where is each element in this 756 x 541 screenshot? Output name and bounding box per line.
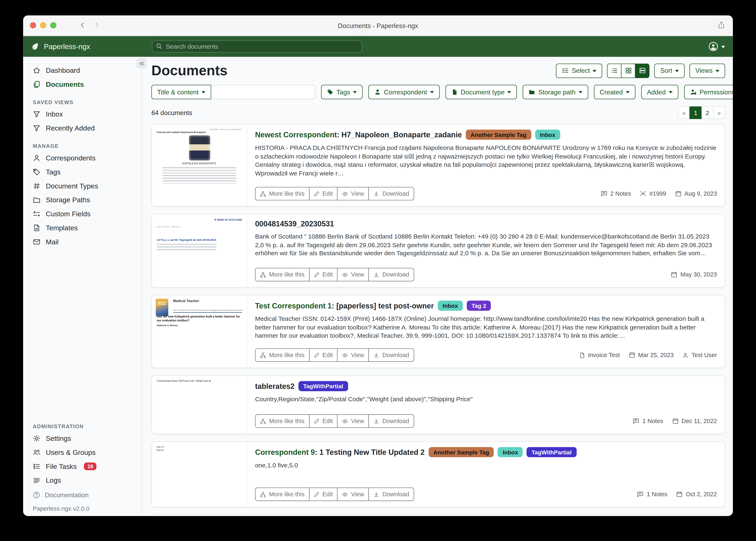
sidebar-item-users-groups[interactable]: Users & Groups bbox=[23, 445, 141, 460]
sidebar-item-file-tasks[interactable]: File Tasks 16 bbox=[23, 460, 141, 474]
filter-text-input[interactable] bbox=[211, 85, 315, 99]
view-mode-detail[interactable] bbox=[635, 63, 650, 78]
sidebar-item-settings[interactable]: Settings bbox=[23, 432, 141, 446]
sidebar-item-templates[interactable]: Templates bbox=[23, 221, 141, 235]
more-like-this-button[interactable]: More like this bbox=[255, 268, 309, 281]
document-card-body: 0004814539_20230531 Bank of Scotland " 1… bbox=[247, 215, 725, 287]
document-thumbnail[interactable]: MEDICAL TEACHER Medical Teacher ISSN: 01… bbox=[152, 295, 247, 368]
sidebar-item-storage-paths[interactable]: Storage Paths bbox=[23, 193, 141, 207]
document-meta: 1 Notes Oct 2, 2022 bbox=[637, 491, 717, 498]
edit-button[interactable]: Edit bbox=[309, 488, 338, 501]
tags-filter-button[interactable]: Tags bbox=[321, 85, 363, 99]
sidebar-item-documentation[interactable]: Documentation bbox=[23, 488, 141, 502]
download-button[interactable]: Download bbox=[368, 268, 414, 281]
document-count: 64 documents bbox=[151, 109, 192, 116]
more-like-this-button[interactable]: More like this bbox=[255, 414, 309, 428]
more-like-this-button[interactable]: More like this bbox=[255, 187, 309, 201]
share-icon[interactable] bbox=[717, 20, 725, 30]
diagram-icon bbox=[260, 271, 266, 278]
correspondent-filter-button[interactable]: Correspondent bbox=[369, 85, 439, 99]
correspondent-name[interactable]: Newest Correspondent bbox=[255, 130, 337, 139]
sidebar-item-label: Templates bbox=[46, 224, 78, 232]
sidebar-item-tags[interactable]: Tags bbox=[23, 165, 141, 179]
user-menu[interactable] bbox=[708, 41, 725, 52]
view-button[interactable]: View bbox=[337, 488, 369, 501]
pagination-page-1[interactable]: 1 bbox=[690, 106, 702, 119]
file-icon bbox=[579, 352, 585, 358]
sidebar-item-dashboard[interactable]: Dashboard bbox=[23, 64, 141, 78]
document-title-link[interactable]: Newest Correspondent: H7_Napoleon_Bonapa… bbox=[255, 130, 462, 139]
correspondent-name[interactable]: Correspondent 9 bbox=[255, 448, 315, 456]
edit-button[interactable]: Edit bbox=[309, 187, 338, 201]
added-filter-button[interactable]: Added bbox=[641, 85, 678, 99]
view-mode-list[interactable] bbox=[607, 63, 622, 78]
tag-chip[interactable]: Inbox bbox=[535, 130, 560, 140]
document-meta: Invoice Test Mar 25, 2023 Test User bbox=[579, 352, 717, 358]
sidebar-item-custom-fields[interactable]: Custom Fields bbox=[23, 207, 141, 221]
download-button[interactable]: Download bbox=[368, 414, 414, 428]
created-filter-button[interactable]: Created bbox=[594, 85, 635, 99]
document-type-filter-button[interactable]: Document type bbox=[445, 85, 517, 99]
document-title-link[interactable]: tablerates2 bbox=[255, 382, 294, 390]
tag-chip[interactable]: Inbox bbox=[498, 447, 523, 457]
pagination-next[interactable]: » bbox=[713, 106, 725, 119]
sidebar-item-documents[interactable]: Documents bbox=[23, 78, 141, 92]
brand[interactable]: Paperless-ngx bbox=[31, 42, 90, 51]
filter-field-button[interactable]: Title & content bbox=[151, 85, 211, 99]
eye-icon bbox=[342, 271, 348, 278]
sidebar-item-recently-added[interactable]: Recently Added bbox=[23, 122, 141, 136]
notes-meta[interactable]: 2 Notes bbox=[601, 190, 631, 197]
tag-chip[interactable]: TagWithPartial bbox=[527, 447, 576, 457]
tag-chip[interactable]: Another Sample Tag bbox=[466, 130, 531, 140]
select-button[interactable]: Select bbox=[556, 63, 602, 78]
search-input[interactable] bbox=[152, 40, 362, 52]
view-button[interactable]: View bbox=[337, 268, 369, 281]
more-like-this-button[interactable]: More like this bbox=[255, 348, 309, 362]
document-thumbnail[interactable]: ✳ BANK OF SCOTLAND Bank of Scotland · 10… bbox=[152, 215, 247, 287]
document-title-link[interactable]: 0004814539_20230531 bbox=[255, 220, 334, 229]
permissions-filter-button[interactable]: Permissions bbox=[684, 85, 733, 99]
tag-chip[interactable]: Tag 2 bbox=[467, 300, 491, 311]
edit-button[interactable]: Edit bbox=[309, 414, 338, 428]
document-thumbnail[interactable]: Serial Number,Company Name,Employee Mark… bbox=[152, 515, 247, 516]
edit-button[interactable]: Edit bbox=[309, 348, 338, 362]
pagination-page-2[interactable]: 2 bbox=[701, 106, 713, 119]
document-thumbnail[interactable]: HISTORIA - PRACA DLA CHĘTNYCH Francja po… bbox=[152, 124, 247, 206]
stack-icon bbox=[639, 67, 646, 74]
edit-button[interactable]: Edit bbox=[309, 268, 338, 281]
views-button[interactable]: Views bbox=[690, 63, 725, 78]
view-mode-grid[interactable] bbox=[621, 63, 636, 78]
document-title-link[interactable]: Test Correspondent 1: [paperless] test p… bbox=[255, 301, 434, 310]
download-button[interactable]: Download bbox=[368, 348, 414, 362]
sidebar-item-logs[interactable]: Logs bbox=[23, 474, 141, 488]
document-thumbnail[interactable]: one,1.0 five,5.0 bbox=[152, 442, 247, 507]
notes-meta[interactable]: 1 Notes bbox=[637, 491, 667, 498]
correspondent-name[interactable]: Test Correspondent 1 bbox=[255, 301, 332, 310]
notes-meta[interactable]: 1 Notes bbox=[633, 418, 663, 424]
more-like-this-button[interactable]: More like this bbox=[255, 488, 309, 501]
sidebar-item-label: Correspondents bbox=[46, 154, 96, 162]
sidebar-item-document-types[interactable]: Document Types bbox=[23, 179, 141, 193]
document-thumbnail[interactable]: Country,Region/State,"Zip/Postal Code","… bbox=[152, 376, 247, 434]
view-button[interactable]: View bbox=[337, 187, 369, 201]
notes-count: 1 Notes bbox=[643, 418, 663, 424]
tag-chip[interactable]: TagWithPartial bbox=[298, 381, 348, 391]
sidebar-collapse-button[interactable] bbox=[136, 58, 146, 68]
download-button[interactable]: Download bbox=[368, 488, 414, 501]
view-button[interactable]: View bbox=[337, 348, 369, 362]
chevron-down-icon bbox=[353, 91, 357, 94]
view-button[interactable]: View bbox=[337, 414, 369, 428]
sidebar-item-correspondents[interactable]: Correspondents bbox=[23, 151, 141, 165]
date-meta: May 30, 2023 bbox=[671, 271, 717, 278]
document-type-meta[interactable]: Invoice Test bbox=[579, 352, 620, 358]
sidebar-item-mail[interactable]: Mail bbox=[23, 235, 141, 249]
sidebar-item-inbox[interactable]: Inbox bbox=[23, 107, 141, 122]
download-button[interactable]: Download bbox=[368, 187, 414, 201]
pagination-prev[interactable]: « bbox=[678, 106, 690, 119]
storage-path-filter-button[interactable]: Storage path bbox=[523, 85, 588, 99]
document-card-body: Newest Correspondent: H7_Napoleon_Bonapa… bbox=[247, 124, 725, 206]
sort-button[interactable]: Sort bbox=[654, 63, 685, 78]
tag-chip[interactable]: Another Sample Tag bbox=[429, 447, 494, 457]
document-title-link[interactable]: Correspondent 9: 1 Testing New Title Upd… bbox=[255, 448, 425, 456]
tag-chip[interactable]: Inbox bbox=[438, 300, 463, 311]
